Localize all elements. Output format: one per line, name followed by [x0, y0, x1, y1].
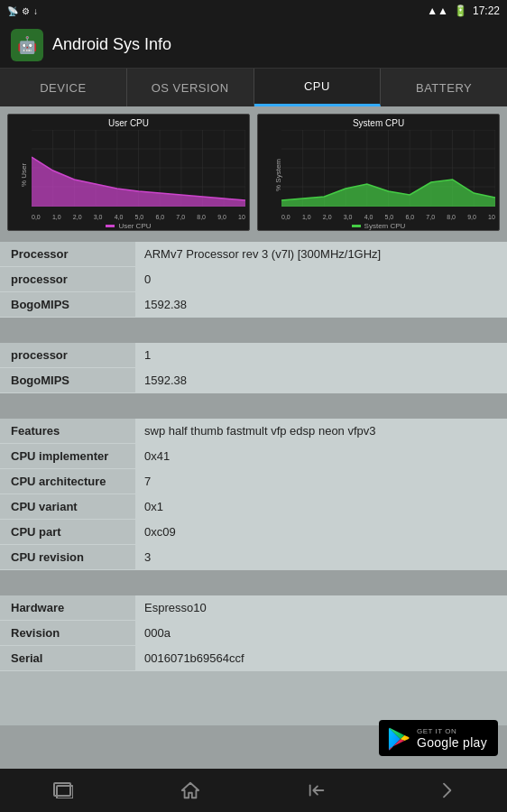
user-cpu-x-labels: 0,0 1,0 2,0 3,0 4,0 5,0 6,0 7,0 8,0 9,0 …: [32, 214, 245, 220]
row-label: CPU part: [0, 520, 135, 544]
row-label: Hardware: [0, 595, 135, 620]
nav-home[interactable]: [168, 769, 213, 812]
tab-battery[interactable]: BATTERY: [381, 69, 507, 106]
table-row: CPU part 0xc09: [0, 520, 507, 545]
bottom-nav-bar: [0, 769, 507, 812]
app-icon: 🤖: [11, 29, 43, 61]
row-label: CPU architecture: [0, 469, 135, 494]
row-label: processor: [0, 343, 135, 367]
table-row: processor 0: [0, 267, 507, 292]
row-value: 000a: [135, 621, 507, 645]
google-play-button[interactable]: GET IT ON Google play: [379, 720, 498, 756]
wifi-icon: ▲▲: [427, 5, 448, 17]
row-value: 7: [135, 469, 507, 494]
status-left-icons: 📡 ⚙ ↓: [7, 6, 38, 16]
row-value: 0x41: [135, 444, 507, 468]
row-label: Revision: [0, 621, 135, 645]
row-label: CPU implementer: [0, 444, 135, 468]
app-icon-symbol: 🤖: [17, 35, 37, 55]
table-row: processor 1: [0, 343, 507, 368]
row-label: Serial: [0, 646, 135, 670]
row-value: 1592.38: [135, 368, 507, 392]
row-label: CPU revision: [0, 545, 135, 569]
play-available-text: GET IT ON: [417, 727, 487, 735]
user-cpu-title: User CPU: [12, 118, 245, 128]
bottom-spacer: [0, 671, 507, 725]
table-row: CPU implementer 0x41: [0, 444, 507, 469]
row-value: 0: [135, 267, 507, 291]
system-cpu-legend-color: [352, 225, 361, 227]
status-right-icons: ▲▲ 🔋 17:22: [427, 5, 500, 17]
table-row: CPU revision 3: [0, 545, 507, 570]
tab-os-version[interactable]: OS VERSION: [127, 69, 254, 106]
system-cpu-svg: 100.0 75,0 50,0 25,0 0,0: [281, 130, 495, 207]
app-title: Android Sys Info: [52, 35, 171, 54]
row-label: BogoMIPS: [0, 292, 135, 317]
row-value: 1: [135, 343, 507, 367]
time-display: 17:22: [473, 5, 500, 17]
system-cpu-chart: System CPU % System: [257, 114, 500, 231]
tab-bar: DEVICE OS VERSION CPU BATTERY: [0, 69, 507, 106]
row-label: CPU variant: [0, 494, 135, 519]
system-cpu-legend-label: System CPU: [364, 222, 406, 230]
main-content: User CPU % User: [0, 106, 507, 769]
play-text-container: GET IT ON Google play: [417, 727, 487, 750]
row-value: swp half thumb fastmult vfp edsp neon vf…: [135, 419, 507, 443]
nav-menu[interactable]: [421, 769, 466, 812]
user-cpu-legend: User CPU: [12, 222, 245, 230]
system-cpu-legend: System CPU: [262, 222, 495, 230]
play-store-name: Google play: [417, 735, 487, 750]
table-row: Serial 0016071b69564ccf: [0, 646, 507, 671]
row-value: 1592.38: [135, 292, 507, 317]
system-cpu-title: System CPU: [262, 118, 495, 128]
battery-icon: 🔋: [454, 5, 467, 17]
table-row: Revision 000a: [0, 621, 507, 646]
row-separator: [0, 393, 507, 419]
user-cpu-chart-inner: % User: [12, 130, 245, 220]
download-icon: ↓: [33, 6, 38, 16]
table-row: CPU architecture 7: [0, 469, 507, 494]
row-label: Processor: [0, 242, 135, 266]
user-cpu-y-label: % User: [20, 163, 28, 187]
info-table: Processor ARMv7 Processor rev 3 (v7l) [3…: [0, 242, 507, 725]
table-row: CPU variant 0x1: [0, 494, 507, 520]
system-cpu-chart-inner: % System: [262, 130, 495, 220]
row-value: 0016071b69564ccf: [135, 646, 507, 670]
user-cpu-legend-label: User CPU: [118, 222, 151, 230]
back-icon: [307, 780, 327, 800]
google-play-logo: [386, 725, 411, 751]
tab-cpu[interactable]: CPU: [254, 69, 382, 106]
row-separator: [0, 318, 507, 343]
system-cpu-x-labels: 0,0 1,0 2,0 3,0 4,0 5,0 6,0 7,0 8,0 9,0 …: [281, 214, 495, 220]
row-value: Espresso10: [135, 595, 507, 620]
row-separator: [0, 570, 507, 595]
table-row: Features swp half thumb fastmult vfp eds…: [0, 419, 507, 444]
notification-icon: 📡: [7, 6, 18, 16]
user-cpu-svg: 100.0 75,0 50,0 25,0 0,0: [32, 130, 245, 207]
user-cpu-chart: User CPU % User: [7, 114, 250, 231]
table-row: BogoMIPS 1592.38: [0, 292, 507, 318]
row-label: BogoMIPS: [0, 368, 135, 392]
home-icon: [180, 780, 200, 800]
table-row: Hardware Espresso10: [0, 595, 507, 621]
user-cpu-legend-color: [106, 225, 115, 227]
table-row: Processor ARMv7 Processor rev 3 (v7l) [3…: [0, 242, 507, 267]
tab-device[interactable]: DEVICE: [0, 69, 127, 106]
system-icon: ⚙: [22, 6, 30, 16]
recent-apps-icon: [53, 782, 73, 798]
row-value: 3: [135, 545, 507, 569]
row-value: 0x1: [135, 494, 507, 519]
charts-area: User CPU % User: [0, 106, 507, 238]
row-label: Features: [0, 419, 135, 443]
row-value: 0xc09: [135, 520, 507, 544]
nav-back[interactable]: [294, 769, 339, 812]
status-bar: 📡 ⚙ ↓ ▲▲ 🔋 17:22: [0, 0, 507, 22]
row-value: ARMv7 Processor rev 3 (v7l) [300MHz/1GHz…: [135, 242, 507, 266]
row-label: processor: [0, 267, 135, 291]
title-bar: 🤖 Android Sys Info: [0, 22, 507, 69]
table-row: BogoMIPS 1592.38: [0, 368, 507, 393]
menu-icon: [434, 780, 454, 800]
nav-recent-apps[interactable]: [41, 769, 86, 812]
